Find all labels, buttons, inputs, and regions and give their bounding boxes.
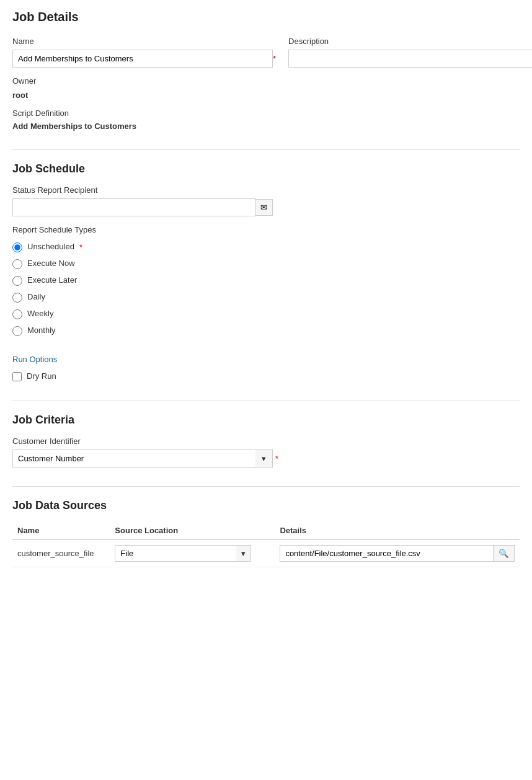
schedule-radio-group: Unscheduled * Execute Now Execute Later … xyxy=(12,242,520,336)
owner-value: root xyxy=(12,91,520,100)
run-options-label: Run Options xyxy=(12,355,520,364)
dry-run-checkbox-item: Dry Run xyxy=(12,371,520,382)
status-report-input[interactable] xyxy=(12,198,255,216)
job-schedule-title: Job Schedule xyxy=(12,162,520,175)
job-criteria-section: Job Criteria Customer Identifier Custome… xyxy=(12,414,520,468)
divider-3 xyxy=(12,486,520,487)
customer-identifier-required-star: * xyxy=(275,454,278,463)
schedule-option-unscheduled: Unscheduled * xyxy=(12,242,520,252)
description-input[interactable] xyxy=(288,50,532,68)
description-label: Description xyxy=(288,37,532,46)
name-label: Name xyxy=(12,37,276,46)
data-sources-table-container: Name Source Location Details customer_so… xyxy=(12,522,520,567)
row-source-location-cell: File URL Database ▾ xyxy=(110,539,275,567)
label-execute-later[interactable]: Execute Later xyxy=(27,275,77,285)
table-row: customer_source_file File URL Database ▾ xyxy=(12,539,520,567)
label-weekly[interactable]: Weekly xyxy=(27,309,53,318)
radio-execute-now[interactable] xyxy=(12,259,22,269)
customer-identifier-label: Customer Identifier xyxy=(12,437,520,446)
job-data-sources-section: Job Data Sources Name Source Location De… xyxy=(12,499,520,567)
name-input[interactable] xyxy=(12,50,273,68)
radio-monthly[interactable] xyxy=(12,326,22,336)
details-input[interactable] xyxy=(280,545,494,562)
label-daily[interactable]: Daily xyxy=(27,292,45,301)
job-details-title: Job Details xyxy=(12,10,520,24)
job-schedule-section: Job Schedule Status Report Recipient ✉ R… xyxy=(12,162,520,382)
radio-unscheduled[interactable] xyxy=(12,242,22,252)
table-header-row: Name Source Location Details xyxy=(12,522,520,539)
source-location-wrapper: File URL Database ▾ xyxy=(115,545,251,562)
schedule-option-execute-now: Execute Now xyxy=(12,259,520,269)
script-definition-value: Add Memberships to Customers xyxy=(12,122,520,131)
row-name-cell: customer_source_file xyxy=(12,539,110,567)
col-name: Name xyxy=(12,522,110,539)
details-search-button[interactable]: 🔍 xyxy=(494,545,515,562)
schedule-option-monthly: Monthly xyxy=(12,326,520,336)
divider-2 xyxy=(12,401,520,401)
unscheduled-required-star: * xyxy=(79,242,82,252)
status-recipient-row: ✉ xyxy=(12,198,273,216)
job-data-sources-title: Job Data Sources xyxy=(12,499,520,512)
search-icon: 🔍 xyxy=(499,549,509,558)
data-sources-table: Name Source Location Details customer_so… xyxy=(12,522,520,567)
schedule-option-execute-later: Execute Later xyxy=(12,275,520,286)
radio-weekly[interactable] xyxy=(12,309,22,319)
source-location-select[interactable]: File URL Database xyxy=(115,545,251,562)
row-name-value: customer_source_file xyxy=(17,549,94,558)
job-criteria-title: Job Criteria xyxy=(12,414,520,427)
name-required-star: * xyxy=(273,54,276,63)
label-execute-now[interactable]: Execute Now xyxy=(27,259,75,268)
email-icon-button[interactable]: ✉ xyxy=(255,199,273,216)
customer-identifier-select[interactable]: Customer Number Email Username xyxy=(12,450,273,468)
schedule-option-weekly: Weekly xyxy=(12,309,520,319)
dry-run-checkbox[interactable] xyxy=(12,372,22,381)
radio-execute-later[interactable] xyxy=(12,276,22,286)
label-unscheduled[interactable]: Unscheduled xyxy=(27,242,74,251)
owner-label: Owner xyxy=(12,76,520,86)
label-monthly[interactable]: Monthly xyxy=(27,326,56,335)
status-report-label: Status Report Recipient xyxy=(12,185,520,195)
row-details-cell: 🔍 xyxy=(275,539,520,567)
customer-identifier-wrapper: Customer Number Email Username ▾ xyxy=(12,450,273,468)
radio-daily[interactable] xyxy=(12,293,22,303)
schedule-option-daily: Daily xyxy=(12,292,520,303)
divider-1 xyxy=(12,149,520,150)
dry-run-label[interactable]: Dry Run xyxy=(27,371,56,381)
email-icon: ✉ xyxy=(260,203,267,212)
script-definition-label: Script Definition xyxy=(12,109,520,118)
job-details-section: Job Details Name * Description Owner roo… xyxy=(12,10,520,131)
report-schedule-types-label: Report Schedule Types xyxy=(12,225,520,234)
details-input-wrapper: 🔍 xyxy=(280,545,515,562)
col-details: Details xyxy=(275,522,520,539)
col-source-location: Source Location xyxy=(110,522,275,539)
